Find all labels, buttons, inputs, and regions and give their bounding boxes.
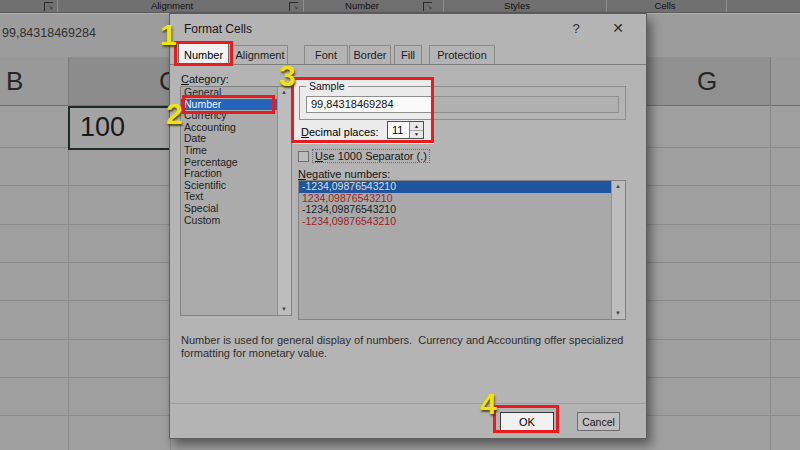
formula-bar-value: 99,84318469284 bbox=[2, 26, 96, 40]
annotation-step-1: 1 bbox=[160, 20, 177, 50]
ribbon-separator bbox=[606, 0, 607, 12]
category-item-custom[interactable]: Custom bbox=[181, 215, 291, 227]
column-header-g[interactable]: G bbox=[645, 57, 771, 105]
tab-fill[interactable]: Fill bbox=[394, 45, 422, 64]
ribbon-group-alignment: Alignment bbox=[132, 0, 212, 12]
tabstrip-divider bbox=[170, 64, 646, 65]
gridline bbox=[770, 105, 771, 450]
selected-cell-value: 100 bbox=[80, 112, 125, 143]
dialog-title: Format Cells bbox=[184, 22, 252, 36]
dialog-launcher-icon[interactable]: ↘ bbox=[423, 2, 432, 11]
excel-window: ↘ Alignment ↘ Number ↘ Styles Cells 99,8… bbox=[0, 0, 800, 450]
negative-option[interactable]: -1234,09876543210 bbox=[299, 216, 625, 228]
help-icon[interactable]: ? bbox=[568, 21, 584, 36]
ribbon-group-number: Number bbox=[322, 0, 402, 12]
ribbon-separator bbox=[443, 0, 444, 12]
negative-option-selected[interactable]: -1234,09876543210 bbox=[299, 181, 612, 193]
column-header-g-label: G bbox=[697, 66, 717, 97]
category-item-special[interactable]: Special bbox=[181, 203, 291, 215]
negative-numbers-scrollbar[interactable]: ▲ ▼ bbox=[611, 181, 625, 319]
ribbon-group-styles: Styles bbox=[477, 0, 557, 12]
annotation-box-step3 bbox=[291, 77, 434, 143]
ribbon-strip: ↘ Alignment ↘ Number ↘ Styles Cells bbox=[0, 0, 800, 13]
annotation-step-4: 4 bbox=[480, 389, 497, 419]
use-1000-separator-label[interactable]: Use 1000 Separator (.) bbox=[313, 150, 429, 162]
tab-protection[interactable]: Protection bbox=[429, 45, 495, 64]
category-item-fraction[interactable]: Fraction bbox=[181, 168, 291, 180]
negative-numbers-label: Negative numbers: bbox=[298, 168, 390, 180]
format-description-text: Number is used for general display of nu… bbox=[181, 334, 633, 359]
dialog-launcher-icon[interactable]: ↘ bbox=[289, 2, 298, 11]
annotation-box-step4 bbox=[493, 405, 559, 433]
annotation-box-step1 bbox=[174, 41, 233, 66]
ribbon-separator bbox=[726, 0, 727, 12]
category-item-time[interactable]: Time bbox=[181, 145, 291, 157]
tab-border[interactable]: Border bbox=[349, 45, 391, 64]
use-1000-separator-checkbox[interactable] bbox=[298, 151, 309, 162]
category-listbox[interactable]: General Number Currency Accounting Date … bbox=[180, 86, 292, 316]
annotation-step-2: 2 bbox=[166, 99, 183, 129]
annotation-box-step2 bbox=[182, 95, 275, 114]
dialog-launcher-icon[interactable]: ↘ bbox=[44, 2, 53, 11]
category-scrollbar[interactable]: ▲ ▼ bbox=[277, 87, 291, 315]
ribbon-separator bbox=[57, 0, 58, 12]
negative-numbers-listbox[interactable]: -1234,09876543210 1234,09876543210 -1234… bbox=[298, 180, 626, 320]
scroll-down-icon[interactable]: ▼ bbox=[278, 304, 290, 315]
ribbon-separator bbox=[303, 0, 304, 12]
gridline bbox=[68, 105, 69, 450]
selected-cell[interactable]: 100 bbox=[68, 106, 172, 150]
cancel-button[interactable]: Cancel bbox=[577, 412, 620, 431]
scroll-down-icon[interactable]: ▼ bbox=[612, 308, 624, 319]
column-header-c[interactable]: C bbox=[68, 57, 171, 105]
ribbon-group-cells: Cells bbox=[625, 0, 705, 12]
footer-divider bbox=[170, 403, 646, 404]
column-header-b-label[interactable]: B bbox=[6, 66, 23, 97]
close-icon[interactable]: ✕ bbox=[610, 20, 626, 36]
annotation-step-3: 3 bbox=[279, 61, 296, 91]
tab-font[interactable]: Font bbox=[304, 45, 348, 64]
category-label: Category: bbox=[181, 73, 229, 85]
scroll-up-icon[interactable]: ▲ bbox=[612, 181, 624, 192]
